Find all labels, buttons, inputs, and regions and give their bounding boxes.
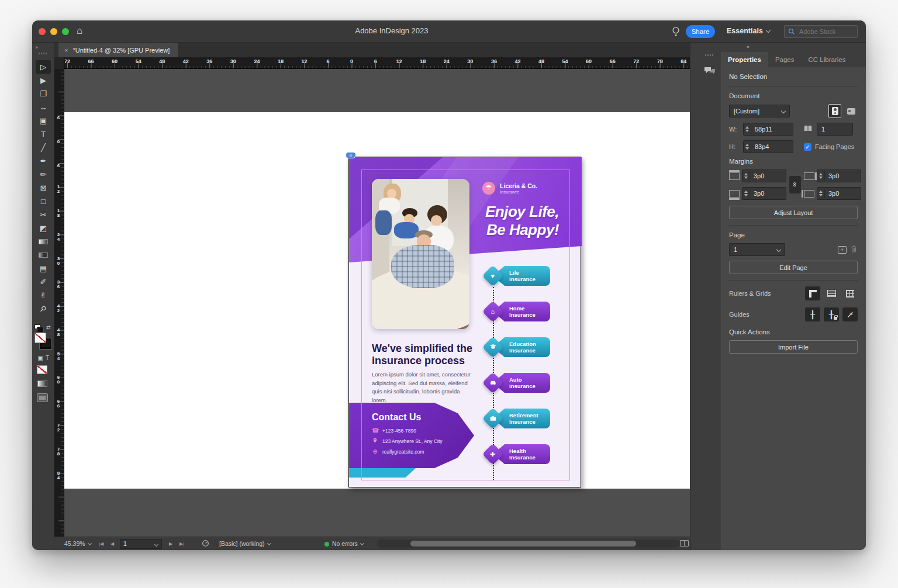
last-page-button[interactable]: ▶| — [179, 541, 184, 547]
selection-tool[interactable]: ▷ — [36, 60, 51, 74]
document-grid-button[interactable] — [842, 286, 858, 300]
document-page[interactable]: ∞ — [348, 157, 581, 487]
smart-guides-button[interactable]: ↗̸ — [842, 307, 858, 321]
preflight-icon[interactable] — [202, 539, 209, 548]
portrait-orientation-button[interactable] — [828, 104, 841, 118]
import-file-button[interactable]: Import File — [729, 340, 858, 354]
adjust-layout-button[interactable]: Adjust Layout — [729, 206, 858, 219]
first-page-button[interactable]: |◀ — [99, 541, 103, 547]
ruler-number: 66 — [610, 58, 616, 64]
gap-tool[interactable]: ↔ — [36, 101, 51, 114]
next-page-button[interactable]: ▶ — [169, 541, 172, 547]
zoom-tool[interactable]: ⚲ — [36, 302, 51, 316]
pen-tool[interactable]: ✒ — [36, 154, 51, 168]
show-guides-button[interactable]: ╂ — [805, 307, 820, 321]
stepper-arrows[interactable] — [744, 124, 751, 134]
home-icon[interactable]: ⌂ — [77, 25, 82, 37]
add-page-icon[interactable]: + — [838, 246, 847, 254]
lightbulb-icon[interactable] — [671, 26, 681, 40]
scissors-tool[interactable]: ✂ — [36, 208, 51, 222]
inside-margin-field[interactable]: 3p0 — [817, 170, 861, 182]
top-margin-field[interactable]: 3p0 — [742, 170, 786, 182]
content-collector-tool[interactable]: ▣ — [36, 114, 51, 127]
close-window-button[interactable] — [39, 28, 46, 35]
document-preset-select[interactable]: [Custom] — [729, 105, 790, 117]
height-field[interactable]: 83p4 — [743, 140, 793, 153]
tab-pages[interactable]: Pages — [768, 52, 802, 67]
expand-tools-icon[interactable]: » — [32, 43, 54, 50]
tab-properties[interactable]: Properties — [721, 52, 768, 67]
stepper-arrows[interactable] — [744, 142, 751, 151]
horizontal-scrollbar-thumb[interactable] — [410, 541, 636, 547]
preflight-profile[interactable]: [Basic] (working) — [219, 540, 271, 547]
canvas[interactable]: 6061 21 82 43 03 64 24 85 46 06 67 27 88… — [54, 69, 690, 537]
screen-mode-button[interactable] — [37, 393, 48, 402]
share-button[interactable]: Share — [686, 25, 715, 38]
width-field[interactable]: 58p11 — [743, 123, 793, 136]
preflight-status[interactable]: No errors — [324, 540, 364, 547]
default-fill-stroke-icon[interactable] — [34, 324, 40, 329]
bottom-margin-field[interactable]: 3p0 — [742, 187, 786, 200]
collapse-dock-icon[interactable]: « — [747, 44, 750, 50]
spread-view-icon[interactable] — [680, 540, 689, 547]
search-input[interactable] — [798, 27, 851, 36]
comments-icon[interactable] — [702, 64, 717, 78]
baseline-grid-button[interactable] — [824, 286, 839, 300]
document-section-label: Document — [729, 92, 858, 99]
show-rulers-button[interactable] — [805, 286, 820, 300]
ruler-number: 7 2 — [56, 423, 61, 433]
frame-tool[interactable]: ⊠ — [36, 181, 51, 195]
horizontal-ruler[interactable]: 7266605448423630241812606121824303642485… — [54, 57, 690, 69]
zoom-window-button[interactable] — [62, 28, 69, 35]
page-select[interactable]: 1 — [729, 243, 785, 256]
ruler-number: 6 — [56, 164, 61, 168]
family-photo[interactable] — [372, 179, 469, 329]
type-tool[interactable]: T — [36, 127, 51, 141]
outside-margin-field[interactable]: 3p0 — [817, 187, 861, 200]
adobe-stock-search[interactable] — [784, 25, 858, 38]
link-margins-icon[interactable]: ∞ — [789, 176, 801, 193]
direct-selection-tool[interactable]: ▶ — [36, 74, 51, 87]
apply-none-swatch[interactable] — [37, 365, 47, 374]
window-title: Adobe InDesign 2023 — [284, 26, 500, 35]
page-number-field[interactable]: 1 — [120, 539, 162, 549]
document-tab[interactable]: × *Untitled-4 @ 32% [GPU Preview] — [58, 43, 178, 57]
tools-grip[interactable] — [39, 53, 48, 54]
landscape-orientation-button[interactable] — [845, 104, 858, 118]
zoom-level[interactable]: 45.39% — [64, 540, 91, 547]
rectangle-tool[interactable]: □ — [36, 195, 51, 208]
eyedropper-tool[interactable]: ✐ — [36, 275, 51, 289]
pages-count-field[interactable]: 1 — [817, 123, 853, 136]
previous-page-button[interactable]: ◀ — [110, 541, 114, 547]
workspace-switcher[interactable]: Essentials — [727, 27, 770, 35]
swap-fill-stroke-icon[interactable]: ⇄ — [46, 324, 51, 330]
formatting-text-icon[interactable]: T — [46, 355, 49, 361]
graduation-icon — [489, 343, 497, 351]
facing-pages-checkbox[interactable]: ✓ — [804, 143, 811, 151]
apply-gradient-swatch[interactable] — [37, 381, 47, 387]
delete-page-icon[interactable] — [850, 245, 858, 254]
gradient-swatch-tool[interactable] — [36, 235, 51, 248]
page-tool[interactable]: ❐ — [36, 87, 51, 101]
linked-image-badge[interactable]: ∞ — [346, 152, 356, 158]
chevron-down-icon — [776, 247, 781, 252]
line-tool[interactable]: ╱ — [36, 141, 51, 154]
formatting-container-icon[interactable]: ▣ — [37, 355, 43, 361]
pencil-tool[interactable]: ✏ — [36, 168, 51, 181]
lock-guides-button[interactable]: ╂ — [824, 307, 839, 321]
vertical-ruler[interactable]: 6061 21 82 43 03 64 24 85 46 06 67 27 88… — [54, 69, 64, 537]
horizontal-scrollbar-track[interactable] — [377, 539, 679, 548]
fill-swatch[interactable] — [34, 333, 46, 343]
free-transform-tool[interactable]: ◩ — [36, 222, 51, 235]
gradient-feather-tool[interactable] — [36, 248, 51, 262]
tab-cc-libraries[interactable]: CC Libraries — [802, 52, 853, 67]
minimize-window-button[interactable] — [50, 28, 57, 35]
note-tool[interactable]: ▤ — [36, 262, 51, 275]
dock-grip[interactable] — [705, 54, 714, 56]
ruler-origin-box[interactable] — [54, 57, 64, 69]
close-tab-icon[interactable]: × — [64, 47, 68, 54]
ruler-number: 6 0 — [56, 375, 61, 385]
edit-page-button[interactable]: Edit Page — [729, 261, 858, 274]
hand-tool[interactable]: ✌ — [36, 289, 51, 302]
margin-guide-left — [361, 170, 362, 480]
